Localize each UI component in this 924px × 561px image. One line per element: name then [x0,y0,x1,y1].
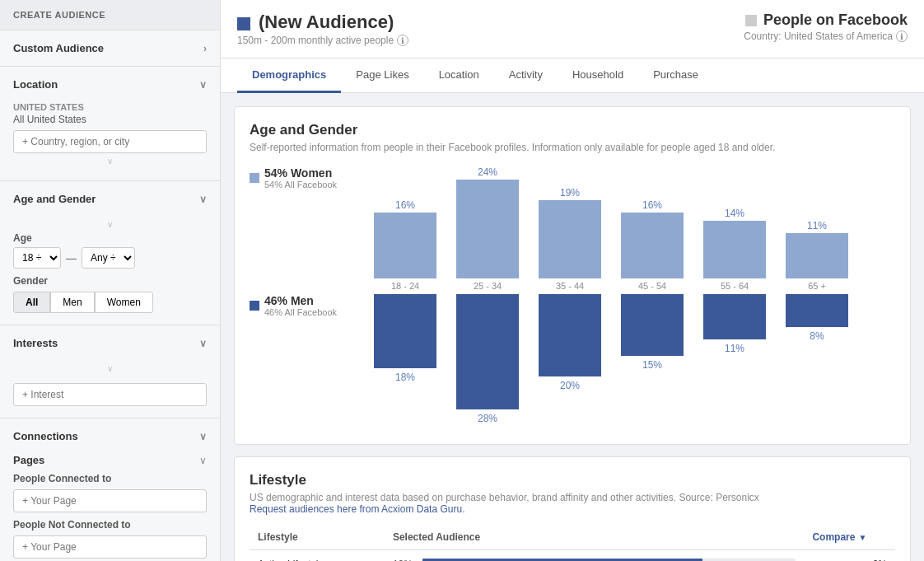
custom-audience-label: Custom Audience [13,42,104,54]
people-not-connected-label: People Not Connected to [13,519,207,531]
women-bar-pct-4: 14% [725,208,744,219]
people-fb-title: People on Facebook [744,12,908,29]
bar-group-men-35-44: 20% [533,294,607,393]
sidebar-section-age-gender: Age and Gender ∨ ∨ Age 18 ÷ — Any ÷ [0,181,220,325]
gender-women-button[interactable]: Women [95,292,153,313]
women-bar-pct-0: 16% [395,199,415,211]
men-bar-2 [539,294,601,376]
women-bar-2 [539,200,601,278]
tab-page-likes[interactable]: Page Likes [341,58,423,93]
bar-group-women-55-64: 14% 55 - 64 [698,208,772,291]
women-bar-label-5: 65 + [808,281,826,291]
bar-group-women-45-54: 16% 45 - 54 [615,199,689,291]
connections-header[interactable]: Connections ∨ [0,418,220,454]
women-legend-text: 54% Women 54% All Facebook [264,166,337,189]
connections-content: Pages ∨ People Connected to People Not C… [0,454,220,561]
women-bar-label-1: 25 - 34 [474,281,502,291]
tab-demographics[interactable]: Demographics [237,58,341,93]
audience-info-icon[interactable]: ℹ [397,35,408,46]
country-info-icon[interactable]: ℹ [896,30,908,42]
location-header[interactable]: Location ∨ [0,67,220,102]
lifestyle-row-active: Active Lifestyles 10% +0% [250,550,895,562]
bar-group-men-45-54: 15% [615,294,689,372]
sidebar-section-custom-audience: Custom Audience › [0,30,220,67]
men-bar-pct-1: 28% [478,413,497,424]
women-sublabel: 54% All Facebook [264,180,337,189]
women-bar-pct-2: 19% [560,187,580,199]
location-input[interactable] [13,130,207,153]
men-bar-1 [456,294,519,409]
women-legend: 54% Women 54% All Facebook [250,166,348,189]
women-legend-square [250,173,259,183]
gender-buttons: All Men Women [13,292,207,313]
women-bar-5 [786,233,848,278]
sidebar-header: CREATE AUDIENCE [0,0,220,30]
sidebar-section-interests: Interests ∨ ∨ [0,325,220,418]
men-bars: 18% 28% 20% [362,294,895,426]
pages-chevron[interactable]: ∨ [199,455,207,466]
age-min-select[interactable]: 18 ÷ [13,247,61,269]
custom-audience-header[interactable]: Custom Audience › [0,30,220,66]
gender-all-button[interactable]: All [13,292,50,313]
men-pct: 46% Men [264,294,337,307]
bar-group-men-18-24: 18% [368,294,442,385]
women-pct: 54% Women [264,166,337,180]
men-bar-pct-5: 8% [810,330,824,342]
people-connected-input[interactable] [13,489,207,512]
age-gender-header[interactable]: Age and Gender ∨ [0,181,220,217]
lifestyle-card-title: Lifestyle [250,472,895,489]
connections-chevron: ∨ [199,431,207,442]
men-legend-square [250,301,259,311]
tab-purchase[interactable]: Purchase [638,58,713,93]
women-bar-pct-1: 24% [478,166,497,178]
sidebar-section-connections: Connections ∨ Pages ∨ People Connected t… [0,418,220,561]
audience-active-people: 150m - 200m monthly active people [237,35,394,46]
main-tab-content: Age and Gender Self-reported information… [221,93,924,561]
lifestyle-source-text: US demographic and interest data based o… [250,492,759,503]
women-bar-label-2: 35 - 44 [556,281,584,291]
bar-group-men-25-34: 28% [450,294,525,426]
bar-group-men-65plus: 8% [780,294,854,344]
bar-group-women-65plus: 11% 65 + [780,220,854,291]
age-gender-label: Age and Gender [13,193,96,205]
location-label: Location [13,78,58,91]
location-content: UNITED STATES All United States ∨ [0,102,220,180]
interests-content: ∨ [0,364,220,418]
men-bar-pct-4: 11% [725,343,744,354]
interest-input[interactable] [13,383,207,406]
col-header-lifestyle: Lifestyle [250,525,385,550]
bar-group-women-35-44: 19% 35 - 44 [533,187,607,291]
men-legend: 46% Men 46% All Facebook [250,294,348,317]
men-bar-pct-0: 18% [395,372,415,383]
audience-color-square [237,17,250,30]
col-header-selected-audience: Selected Audience [385,525,805,550]
men-bars-row: 18% 28% 20% [362,294,895,426]
audience-subtext: 150m - 200m monthly active people ℹ [237,35,408,46]
lifestyle-source: US demographic and interest data based o… [250,492,895,515]
tab-location[interactable]: Location [424,58,494,93]
col-header-compare[interactable]: Compare ▼ [804,525,895,550]
women-bars: 16% 18 - 24 24% 25 - 34 19% [362,166,895,291]
people-connected-label: People Connected to [13,473,207,484]
compare-label: Compare [812,531,855,543]
tabs: Demographics Page Likes Location Activit… [221,58,924,93]
tab-household[interactable]: Household [558,58,638,93]
lifestyle-table-header-row: Lifestyle Selected Audience Compare ▼ [250,525,895,550]
men-bar-pct-3: 15% [642,359,662,371]
main-content: (New Audience) 150m - 200m monthly activ… [221,0,924,561]
age-max-select[interactable]: Any ÷ [82,247,135,269]
lifestyle-table: Lifestyle Selected Audience Compare ▼ [250,525,895,561]
women-bar-3 [621,213,684,278]
lifestyle-source-link[interactable]: Request audiences here from Acxiom Data … [250,503,464,515]
people-not-connected-input[interactable] [13,535,207,559]
country-label: Country: United States of America [744,30,893,42]
men-section: 46% Men 46% All Facebook 18% [250,294,895,426]
women-bar-4 [703,221,766,278]
gender-men-button[interactable]: Men [50,292,94,313]
men-bar-4 [703,294,766,339]
interests-header[interactable]: Interests ∨ [0,325,220,361]
age-gender-card-subtitle: Self-reported information from people in… [250,142,895,153]
tab-activity[interactable]: Activity [494,58,558,93]
age-gender-card: Age and Gender Self-reported information… [234,106,911,445]
pages-label: Pages [13,454,44,466]
